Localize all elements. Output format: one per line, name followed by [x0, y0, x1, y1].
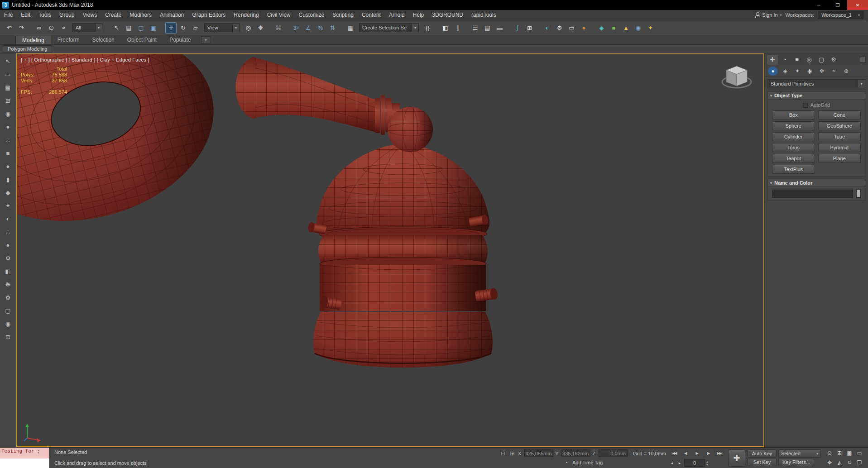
- menu-item[interactable]: Rendering: [230, 10, 263, 20]
- select-icon[interactable]: ↖: [2, 56, 14, 67]
- ribbon-tab[interactable]: Freeform: [51, 36, 86, 44]
- use-pivot-center-icon[interactable]: ◎: [243, 22, 254, 33]
- object-type-button[interactable]: Torus: [772, 143, 815, 152]
- menu-item[interactable]: Edit: [17, 10, 34, 20]
- y-field[interactable]: 335,162mm: [561, 449, 590, 457]
- object-type-button[interactable]: Box: [772, 110, 815, 119]
- autogrid-checkbox[interactable]: [803, 103, 808, 108]
- plugin-tool-icon[interactable]: ▲: [620, 22, 632, 33]
- keyboard-shortcut-override-icon[interactable]: ⌘: [273, 22, 284, 33]
- lights-category[interactable]: ✦: [792, 67, 802, 76]
- object-type-rollout-header[interactable]: ▾ Object Type: [767, 91, 865, 100]
- object-type-button[interactable]: Pyramid: [818, 143, 861, 152]
- menu-item[interactable]: Arnold: [385, 10, 409, 20]
- create-tab[interactable]: ✚: [767, 55, 778, 65]
- modify-tab[interactable]: ◔: [779, 55, 790, 65]
- next-frame-button[interactable]: |▶: [703, 449, 714, 457]
- maximize-button[interactable]: ❐: [828, 0, 847, 10]
- absolute-mode-icon[interactable]: ⊡: [499, 450, 507, 457]
- reference-coordinate-dropdown[interactable]: View ▾: [204, 23, 240, 32]
- hierarchy-tab[interactable]: ≡: [791, 55, 802, 65]
- cameras-category[interactable]: ◉: [805, 67, 815, 76]
- percent-snap-icon[interactable]: %: [315, 22, 326, 33]
- menu-item[interactable]: Tools: [34, 10, 55, 20]
- object-type-button[interactable]: Cone: [818, 110, 861, 119]
- viewport[interactable]: [ + ] [ Orthographic ] [ Standard ] [ Cl…: [16, 53, 764, 447]
- object-name-input[interactable]: [772, 190, 853, 198]
- plugin-tool-icon[interactable]: ✦: [645, 22, 656, 33]
- tool-icon[interactable]: ▤: [2, 82, 14, 93]
- box-icon[interactable]: ■: [2, 148, 14, 159]
- select-and-move-icon[interactable]: ✛: [165, 22, 177, 33]
- object-color-swatch[interactable]: [856, 190, 861, 198]
- menu-item[interactable]: File: [0, 10, 17, 20]
- plugin-tool-icon[interactable]: ■: [608, 22, 619, 33]
- schematic-view-icon[interactable]: ⊞: [524, 22, 535, 33]
- sphere-icon[interactable]: ●: [2, 239, 14, 251]
- frame-spinner[interactable]: ▴ ▾: [706, 460, 708, 466]
- selection-set-dropdown[interactable]: Selected ▾: [778, 449, 821, 458]
- star-icon[interactable]: ✦: [2, 200, 14, 211]
- menu-item[interactable]: Help: [409, 10, 428, 20]
- create-key-button[interactable]: ✚: [728, 449, 745, 467]
- viewport-canvas[interactable]: [17, 54, 763, 446]
- mirror-icon[interactable]: ◧: [440, 22, 451, 33]
- select-object-icon[interactable]: ↖: [111, 22, 122, 33]
- tool-icon[interactable]: ◉: [2, 318, 14, 330]
- listener-macro-line[interactable]: Testing for ;: [0, 448, 49, 458]
- key-filters-button[interactable]: Key Filters...: [778, 458, 814, 466]
- zoom-all-icon[interactable]: ⊞: [834, 449, 844, 458]
- primitive-category-dropdown[interactable]: Standard Primitives ▾: [767, 79, 865, 88]
- grass-icon[interactable]: ❋: [2, 279, 14, 290]
- previous-frame-button[interactable]: ◀|: [680, 449, 691, 457]
- tool-icon[interactable]: ⊡: [2, 331, 14, 343]
- menu-item[interactable]: 3DGROUND: [428, 10, 467, 20]
- object-type-button[interactable]: TextPlus: [772, 165, 815, 174]
- ribbon-toggle-icon[interactable]: ▬: [494, 22, 505, 33]
- layer-explorer-icon[interactable]: ☰: [470, 22, 481, 33]
- ribbon-tab[interactable]: Populate: [163, 36, 197, 44]
- menu-item[interactable]: rapidTools: [467, 10, 500, 20]
- zoom-icon[interactable]: ⊙: [825, 449, 834, 458]
- curve-editor-icon[interactable]: ∫: [512, 22, 523, 33]
- ribbon-tab[interactable]: Modeling: [15, 36, 51, 44]
- go-to-end-button[interactable]: ▶▶|: [714, 449, 725, 457]
- orbit-icon[interactable]: ↻: [844, 458, 854, 468]
- zoom-extents-icon[interactable]: ▣: [844, 449, 854, 458]
- space-warps-category[interactable]: ≈: [829, 67, 839, 76]
- sphere-icon[interactable]: ●: [2, 161, 14, 172]
- motion-tab[interactable]: ◎: [804, 55, 815, 65]
- arnold-tool-icon[interactable]: ◆: [596, 22, 607, 33]
- window-crossing-icon[interactable]: ▣: [148, 22, 159, 33]
- menu-item[interactable]: Content: [358, 10, 385, 20]
- snaps-toggle-icon[interactable]: 3³: [290, 22, 302, 33]
- zoom-region-icon[interactable]: ▭: [854, 449, 864, 458]
- add-time-tag-button[interactable]: Add Time Tag: [572, 460, 603, 465]
- material-editor-icon[interactable]: ◐: [542, 22, 553, 33]
- menu-item[interactable]: Group: [55, 10, 78, 20]
- panel-grip-icon[interactable]: [860, 57, 866, 62]
- gear-icon[interactable]: ⚙: [2, 253, 14, 264]
- dots-icon[interactable]: ∴: [2, 134, 14, 146]
- x-field[interactable]: -2425,065mm: [524, 449, 553, 457]
- unlink-selection-icon[interactable]: ∅: [46, 22, 57, 33]
- tool-icon[interactable]: ▢: [2, 305, 14, 316]
- tool-icon[interactable]: ⊞: [2, 95, 14, 106]
- object-type-button[interactable]: Plane: [818, 154, 861, 163]
- spinner-snap-icon[interactable]: ⇅: [327, 22, 338, 33]
- plant-icon[interactable]: ✿: [2, 292, 14, 303]
- angle-snap-icon[interactable]: ∠: [302, 22, 314, 33]
- play-button[interactable]: ▶: [691, 449, 702, 457]
- object-type-button[interactable]: Tube: [818, 132, 861, 141]
- object-type-button[interactable]: Sphere: [772, 121, 815, 130]
- plugin-tool-icon[interactable]: ◉: [633, 22, 644, 33]
- sign-in-button[interactable]: Sign In ▾: [755, 12, 782, 18]
- auto-key-button[interactable]: Auto Key: [748, 449, 777, 458]
- cylinder-icon[interactable]: ▮: [2, 174, 14, 185]
- undo-icon[interactable]: ↶: [4, 22, 15, 33]
- field-of-view-icon[interactable]: ◭: [834, 458, 844, 468]
- tool-icon[interactable]: ◐: [2, 213, 14, 224]
- rectangular-selection-region-icon[interactable]: ▢: [135, 22, 147, 33]
- close-button[interactable]: ✕: [847, 0, 868, 10]
- minimize-button[interactable]: ─: [809, 0, 828, 10]
